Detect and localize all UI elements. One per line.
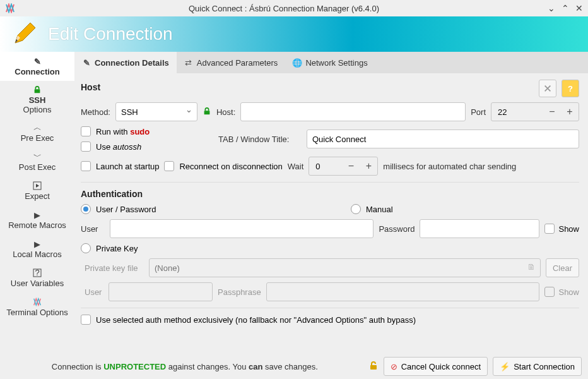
sidebar-item-expect[interactable]: Expect (0, 176, 74, 205)
cancel-button[interactable]: ⊘ Cancel Quick connect (384, 357, 488, 376)
auth-user-password-radio[interactable] (81, 204, 91, 214)
pk-user-input (109, 282, 213, 301)
port-increment-button[interactable]: + (561, 103, 579, 121)
sidebar-item-remote-macros[interactable]: ▶ Remote Macros (0, 205, 74, 234)
port-label: Port (471, 107, 486, 117)
pk-passphrase-label: Passphrase (218, 287, 261, 297)
tools-button[interactable] (539, 80, 556, 97)
sidebar-item-label: User Variables (11, 279, 64, 288)
wait-stepper[interactable]: 0 − + (309, 157, 378, 176)
sidebar-item-label: Local Macros (13, 250, 61, 259)
run-with-sudo-checkbox[interactable] (81, 126, 91, 136)
wait-decrement-button[interactable]: − (342, 157, 360, 175)
tab-title-input[interactable] (307, 129, 579, 148)
clear-pk-button[interactable]: Clear (546, 258, 579, 277)
sidebar-item-terminal-options[interactable]: Terminal Options (0, 292, 74, 322)
start-connection-button[interactable]: ⚡ Start Connection (493, 357, 582, 376)
sidebar-item-label: Remote Macros (8, 220, 66, 230)
maximize-button[interactable]: ⌃ (562, 3, 569, 13)
tab-connection-details[interactable]: ✎ Connection Details (74, 52, 177, 73)
exclusive-auth-label: Use selected auth method exclusively (no… (96, 315, 416, 325)
tab-network-settings[interactable]: 🌐 Network Settings (285, 52, 375, 73)
tab-label: Connection Details (95, 58, 169, 68)
close-button[interactable]: ✕ (575, 3, 583, 13)
exclusive-auth-checkbox[interactable] (81, 315, 91, 325)
show-password-label: Show (558, 224, 579, 234)
use-autossh-checkbox[interactable] (81, 141, 91, 152)
svg-rect-8 (204, 111, 210, 114)
auth-private-key-label: Private Key (96, 244, 138, 253)
host-input[interactable] (240, 102, 466, 121)
reconnect-checkbox[interactable] (164, 161, 174, 171)
status-text: Connection is UNPROTECTED against change… (6, 362, 363, 371)
reconnect-label: Reconnect on disconnection (179, 162, 282, 171)
tab-title-label: TAB / Window Title: (218, 135, 302, 144)
unlocked-icon (368, 361, 379, 373)
sidebar-item-label: Connection (15, 67, 60, 76)
pk-passphrase-input (266, 282, 540, 301)
user-label: User (81, 224, 105, 234)
user-input[interactable] (110, 219, 373, 238)
app-icon (5, 3, 15, 13)
wait-label: Wait (288, 162, 304, 171)
titlebar: Quick Connect : Ásbrú Connection Manager… (0, 0, 588, 16)
svg-text:?: ? (35, 268, 39, 277)
asbru-icon (32, 297, 42, 307)
port-stepper[interactable]: 22 − + (491, 102, 579, 121)
play-box-icon (32, 181, 42, 191)
wait-suffix-label: millisecs for automated char sending (383, 162, 516, 171)
cancel-icon: ⊘ (391, 362, 397, 371)
sidebar-item-ssh-options[interactable]: SSH Options (0, 81, 74, 118)
play-icon: ▶ (32, 210, 42, 220)
sidebar-item-label: Options (23, 105, 52, 114)
footer: Connection is UNPROTECTED against change… (0, 354, 588, 379)
help-button[interactable]: ? (562, 80, 579, 97)
sidebar-item-user-variables[interactable]: ? User Variables (0, 263, 74, 292)
svg-rect-3 (35, 89, 40, 93)
file-open-icon[interactable]: 🗎 (527, 262, 536, 272)
auth-user-password-label: User / Password (96, 205, 156, 214)
method-label: Method: (81, 107, 110, 117)
launch-at-startup-label: Launch at startup (96, 162, 159, 171)
show-password-checkbox[interactable] (544, 224, 555, 234)
svg-rect-9 (370, 365, 377, 370)
tab-advanced-parameters[interactable]: ⇄ Advanced Parameters (177, 52, 286, 73)
password-input[interactable] (420, 219, 539, 238)
tab-label: Network Settings (305, 58, 367, 68)
pk-file-input (149, 258, 541, 277)
launch-at-startup-checkbox[interactable] (81, 161, 91, 171)
sidebar-item-label: Pre Exec (21, 133, 54, 143)
minimize-button[interactable]: ⌄ (548, 3, 555, 13)
lock-icon (32, 85, 42, 95)
password-label: Password (379, 224, 415, 234)
chevron-up-icon: ︿ (32, 123, 42, 133)
page-header: Edit Connection (0, 16, 588, 52)
sidebar-item-local-macros[interactable]: ▶ Local Macros (0, 234, 74, 263)
pencil-icon (11, 21, 37, 47)
wait-value: 0 (309, 162, 338, 171)
sidebar-item-label: Expect (25, 191, 50, 201)
wait-increment-button[interactable]: + (360, 157, 377, 175)
port-value: 22 (491, 107, 520, 117)
sidebar-item-post-exec[interactable]: ﹀ Post Exec (0, 147, 74, 176)
run-with-sudo-label: Run with sudo (96, 127, 150, 136)
globe-icon: 🌐 (293, 58, 302, 67)
auth-section-title: Authentication (81, 189, 579, 199)
auth-private-key-radio[interactable] (81, 243, 91, 253)
pk-show-checkbox (544, 287, 555, 297)
sidebar-item-connection[interactable]: ✎ Connection (0, 52, 74, 81)
sidebar-item-pre-exec[interactable]: ︿ Pre Exec (0, 118, 74, 147)
sidebar-item-label: SSH (29, 95, 46, 105)
method-select[interactable]: SSH (115, 102, 197, 121)
auth-manual-label: Manual (366, 205, 393, 214)
play-icon: ▶ (32, 239, 42, 249)
pk-user-label: User (81, 287, 103, 297)
use-autossh-label: Use autossh (96, 142, 141, 152)
pk-show-label: Show (558, 287, 579, 297)
chevron-down-icon: ﹀ (32, 152, 42, 162)
port-decrement-button[interactable]: − (543, 103, 561, 121)
sidebar-item-label: Post Exec (19, 162, 56, 172)
host-section-title: Host (81, 82, 100, 92)
auth-manual-radio[interactable] (351, 204, 361, 214)
sidebar: ✎ Connection SSH Options ︿ Pre Exec ﹀ Po… (0, 52, 74, 354)
